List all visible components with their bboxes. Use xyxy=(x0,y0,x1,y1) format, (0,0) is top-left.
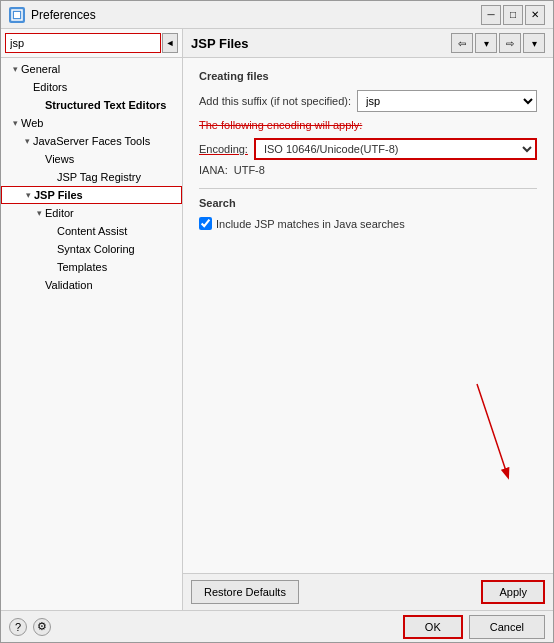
separator xyxy=(199,188,537,189)
bottom-bar-left: Restore Defaults xyxy=(191,580,475,604)
encoding-notice-text: The following encoding will apply: xyxy=(199,119,362,131)
svg-line-3 xyxy=(477,384,507,474)
tree-label-general: General xyxy=(21,63,60,75)
help-button[interactable]: ? xyxy=(9,618,27,636)
restore-defaults-button[interactable]: Restore Defaults xyxy=(191,580,299,604)
tree-item-general[interactable]: ▾ General xyxy=(1,60,182,78)
search-box: ◄ xyxy=(1,29,182,58)
tree-label-jsp-tag-registry: JSP Tag Registry xyxy=(57,171,141,183)
toggle-jsp-tag-registry xyxy=(45,171,57,183)
tree-label-validation: Validation xyxy=(45,279,93,291)
iana-value: UTF-8 xyxy=(234,164,265,176)
tree-label-jsp-files: JSP Files xyxy=(34,189,83,201)
encoding-select[interactable]: ISO 10646/Unicode(UTF-8) xyxy=(254,138,537,160)
tree-item-validation[interactable]: Validation xyxy=(1,276,182,294)
toggle-jsp-files[interactable]: ▾ xyxy=(22,189,34,201)
settings-button[interactable]: ⚙ xyxy=(33,618,51,636)
footer-bar: ? ⚙ OK Cancel xyxy=(1,610,553,642)
title-bar: Preferences ─ □ ✕ xyxy=(1,1,553,29)
left-panel: ◄ ▾ General Editors xyxy=(1,29,183,610)
tree-item-content-assist[interactable]: Content Assist xyxy=(1,222,182,240)
tree-item-editor[interactable]: ▾ Editor xyxy=(1,204,182,222)
toggle-editors xyxy=(21,81,33,93)
tree-item-editors[interactable]: Editors xyxy=(1,78,182,96)
tree-label-jsf-tools: JavaServer Faces Tools xyxy=(33,135,150,147)
jsp-matches-checkbox[interactable] xyxy=(199,217,212,230)
toggle-editor[interactable]: ▾ xyxy=(33,207,45,219)
iana-row: IANA: UTF-8 xyxy=(199,164,537,176)
suffix-row: Add this suffix (if not specified): jsp xyxy=(199,90,537,112)
tree-label-web: Web xyxy=(21,117,43,129)
spacer-area xyxy=(199,234,537,514)
toggle-templates xyxy=(45,261,57,273)
nav-dropdown2-button[interactable]: ▾ xyxy=(523,33,545,53)
minimize-button[interactable]: ─ xyxy=(481,5,501,25)
nav-back-button[interactable]: ⇦ xyxy=(451,33,473,53)
suffix-label: Add this suffix (if not specified): xyxy=(199,95,351,107)
tree-label-views: Views xyxy=(45,153,74,165)
ok-button[interactable]: OK xyxy=(403,615,463,639)
close-button[interactable]: ✕ xyxy=(525,5,545,25)
tree-label-editor: Editor xyxy=(45,207,74,219)
tree-item-views[interactable]: Views xyxy=(1,150,182,168)
search-clear-button[interactable]: ◄ xyxy=(162,33,178,53)
bottom-bar: Restore Defaults Apply xyxy=(183,573,553,610)
tree-label-templates: Templates xyxy=(57,261,107,273)
checkbox-label: Include JSP matches in Java searches xyxy=(216,218,405,230)
tree-item-syntax-coloring[interactable]: Syntax Coloring xyxy=(1,240,182,258)
title-controls: ─ □ ✕ xyxy=(481,5,545,25)
nav-forward-button[interactable]: ⇨ xyxy=(499,33,521,53)
toggle-content-assist xyxy=(45,225,57,237)
right-header: JSP Files ⇦ ▾ ⇨ ▾ xyxy=(183,29,553,58)
content-area: ◄ ▾ General Editors xyxy=(1,29,553,610)
apply-arrow-svg xyxy=(447,374,527,494)
footer-left: ? ⚙ xyxy=(9,618,51,636)
nav-buttons: ⇦ ▾ ⇨ ▾ xyxy=(451,33,545,53)
tree-item-jsp-tag-registry[interactable]: JSP Tag Registry xyxy=(1,168,182,186)
maximize-button[interactable]: □ xyxy=(503,5,523,25)
tree-item-structured-text[interactable]: Structured Text Editors xyxy=(1,96,182,114)
tree-item-templates[interactable]: Templates xyxy=(1,258,182,276)
tree-label-syntax-coloring: Syntax Coloring xyxy=(57,243,135,255)
tree-label-editors: Editors xyxy=(33,81,67,93)
creating-files-title: Creating files xyxy=(199,70,537,82)
toggle-structured-text xyxy=(33,99,45,111)
tree-label-structured-text: Structured Text Editors xyxy=(45,99,166,111)
tree-item-jsf-tools[interactable]: ▾ JavaServer Faces Tools xyxy=(1,132,182,150)
right-header-title: JSP Files xyxy=(191,36,249,51)
tree-item-web[interactable]: ▾ Web xyxy=(1,114,182,132)
window-title: Preferences xyxy=(31,8,96,22)
tree-label-content-assist: Content Assist xyxy=(57,225,127,237)
cancel-button[interactable]: Cancel xyxy=(469,615,545,639)
toggle-validation xyxy=(33,279,45,291)
apply-button[interactable]: Apply xyxy=(481,580,545,604)
nav-dropdown-button[interactable]: ▾ xyxy=(475,33,497,53)
search-input[interactable] xyxy=(5,33,161,53)
checkbox-row: Include JSP matches in Java searches xyxy=(199,217,537,230)
window-icon xyxy=(9,7,25,23)
toggle-general[interactable]: ▾ xyxy=(9,63,21,75)
encoding-label: Encoding: xyxy=(199,143,248,155)
encoding-notice-row: The following encoding will apply: xyxy=(199,118,537,132)
toggle-web[interactable]: ▾ xyxy=(9,117,21,129)
svg-rect-1 xyxy=(14,12,20,18)
suffix-select[interactable]: jsp xyxy=(357,90,537,112)
toggle-syntax-coloring xyxy=(45,243,57,255)
title-bar-left: Preferences xyxy=(9,7,96,23)
search-title: Search xyxy=(199,197,537,209)
right-panel: JSP Files ⇦ ▾ ⇨ ▾ Creating files Add thi… xyxy=(183,29,553,610)
right-content: Creating files Add this suffix (if not s… xyxy=(183,58,553,573)
preferences-window: Preferences ─ □ ✕ ◄ ▾ General xyxy=(0,0,554,643)
toggle-jsf-tools[interactable]: ▾ xyxy=(21,135,33,147)
tree-item-jsp-files[interactable]: ▾ JSP Files xyxy=(1,186,182,204)
iana-label: IANA: xyxy=(199,164,228,176)
tree-area: ▾ General Editors Structured Text Editor… xyxy=(1,58,182,610)
footer-right: OK Cancel xyxy=(403,615,545,639)
encoding-row: Encoding: ISO 10646/Unicode(UTF-8) xyxy=(199,138,537,160)
toggle-views xyxy=(33,153,45,165)
